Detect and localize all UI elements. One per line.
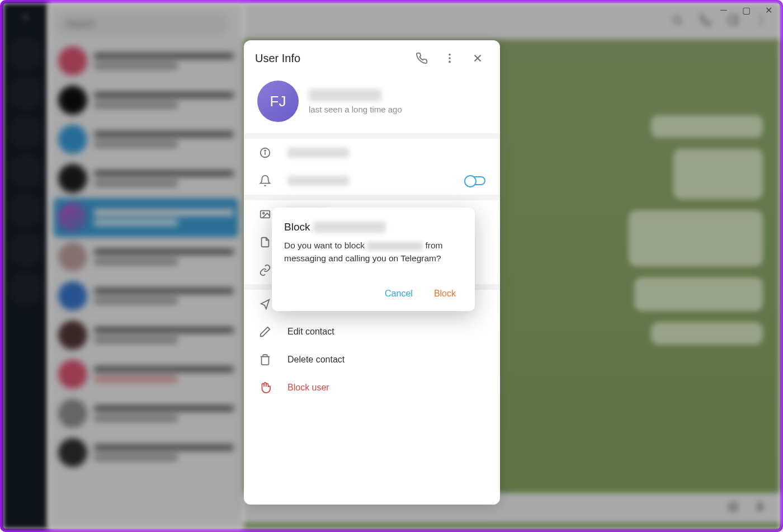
close-button[interactable]: ✕ bbox=[764, 6, 773, 15]
chat-list bbox=[48, 3, 244, 529]
redacted-name bbox=[367, 242, 423, 251]
dialog-title: Block bbox=[284, 221, 463, 233]
svg-point-11 bbox=[449, 54, 451, 56]
more-icon[interactable] bbox=[755, 14, 767, 29]
more-icon[interactable] bbox=[438, 47, 461, 69]
notifications-toggle[interactable] bbox=[465, 176, 485, 185]
svg-point-0 bbox=[673, 16, 681, 23]
profile-status: last seen a long time ago bbox=[309, 105, 402, 114]
block-user-row[interactable]: Block user bbox=[244, 374, 500, 402]
chat-item[interactable] bbox=[54, 41, 238, 81]
file-icon bbox=[258, 236, 272, 248]
chat-item[interactable] bbox=[54, 394, 238, 433]
chat-item[interactable] bbox=[54, 237, 238, 276]
svg-point-7 bbox=[729, 502, 738, 512]
call-icon[interactable] bbox=[411, 47, 433, 69]
pencil-icon bbox=[258, 326, 272, 338]
svg-rect-10 bbox=[758, 502, 762, 509]
svg-line-1 bbox=[680, 22, 682, 25]
hand-icon bbox=[258, 382, 272, 394]
call-icon[interactable] bbox=[699, 14, 711, 29]
profile-name-redacted bbox=[309, 89, 381, 101]
chat-item[interactable] bbox=[54, 316, 238, 355]
panel-title: User Info bbox=[255, 52, 405, 65]
share-icon bbox=[258, 298, 272, 310]
svg-point-9 bbox=[734, 505, 735, 506]
delete-label: Delete contact bbox=[287, 355, 345, 365]
svg-point-18 bbox=[265, 150, 266, 151]
window-controls: ─ ▢ ✕ bbox=[719, 6, 773, 15]
minimize-button[interactable]: ─ bbox=[719, 6, 728, 15]
edit-contact-row[interactable]: Edit contact bbox=[244, 318, 500, 346]
emoji-icon[interactable] bbox=[727, 501, 739, 515]
chat-item-selected[interactable] bbox=[54, 198, 238, 237]
chat-item[interactable] bbox=[54, 433, 238, 472]
chat-top-bar bbox=[244, 3, 780, 39]
notifications-row[interactable] bbox=[244, 167, 500, 195]
block-button[interactable]: Block bbox=[427, 284, 463, 303]
sidepanel-icon[interactable] bbox=[727, 14, 739, 29]
search-input[interactable] bbox=[56, 12, 229, 36]
chat-item[interactable] bbox=[54, 276, 238, 316]
block-label: Block user bbox=[287, 383, 329, 393]
close-icon[interactable] bbox=[466, 47, 489, 69]
svg-point-13 bbox=[449, 61, 451, 63]
edit-label: Edit contact bbox=[287, 327, 334, 337]
chat-item[interactable] bbox=[54, 355, 238, 394]
delete-contact-row[interactable]: Delete contact bbox=[244, 346, 500, 374]
nav-rail: ≡ bbox=[3, 3, 48, 529]
svg-point-6 bbox=[760, 23, 762, 25]
bell-icon bbox=[258, 175, 272, 187]
info-icon bbox=[258, 147, 272, 159]
block-confirm-dialog: Block Do you want to block from messagin… bbox=[272, 208, 475, 311]
trash-icon bbox=[258, 354, 272, 366]
svg-point-8 bbox=[731, 505, 732, 506]
dialog-body: Do you want to block from messaging and … bbox=[284, 239, 463, 265]
cancel-button[interactable]: Cancel bbox=[378, 284, 419, 303]
microphone-icon[interactable] bbox=[754, 501, 766, 515]
profile-avatar[interactable]: FJ bbox=[257, 81, 299, 122]
info-row bbox=[244, 139, 500, 167]
image-icon bbox=[258, 208, 272, 220]
svg-point-5 bbox=[760, 19, 762, 21]
redacted-name bbox=[313, 222, 386, 233]
chat-item[interactable] bbox=[54, 81, 238, 120]
chat-item[interactable] bbox=[54, 120, 238, 159]
svg-point-12 bbox=[449, 57, 451, 59]
svg-point-4 bbox=[760, 16, 762, 18]
link-icon bbox=[258, 264, 272, 276]
maximize-button[interactable]: ▢ bbox=[742, 6, 751, 15]
hamburger-icon[interactable]: ≡ bbox=[22, 10, 30, 25]
svg-rect-2 bbox=[729, 16, 738, 25]
search-icon[interactable] bbox=[671, 14, 683, 29]
chat-item[interactable] bbox=[54, 159, 238, 198]
svg-point-20 bbox=[263, 213, 265, 214]
